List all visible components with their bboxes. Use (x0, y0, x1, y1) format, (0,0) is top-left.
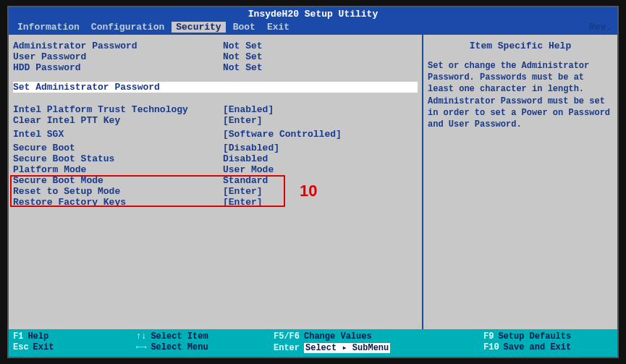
row-secure-boot[interactable]: Secure Boot [Disabled] (13, 143, 418, 153)
help-title: Item Specific Help (428, 41, 613, 51)
row-admin-password: Administrator Password Not Set (13, 41, 418, 51)
row-iptt[interactable]: Intel Platform Trust Technology [Enabled… (13, 104, 418, 115)
value-hdd-password: Not Set (223, 62, 263, 73)
settings-pane: Administrator Password Not Set User Pass… (9, 35, 423, 329)
row-user-password: User Password Not Set (13, 51, 418, 62)
hint-change-values: F5/F6Change Values (274, 331, 440, 342)
hint-help: F1Help (13, 331, 136, 342)
value-admin-password: Not Set (223, 41, 263, 51)
help-pane: Item Specific Help Set or change the Adm… (423, 35, 617, 329)
value-reset-setup-mode: [Enter] (223, 186, 263, 197)
bios-screen: InsydeH20 Setup Utility Information Conf… (7, 6, 619, 358)
label-restore-factory-keys: Restore Factory Keys (13, 197, 223, 208)
tab-information[interactable]: Information (13, 22, 84, 33)
label-secure-boot-mode: Secure Boot Mode (13, 175, 223, 186)
value-secure-boot-mode: Standard (223, 175, 268, 186)
tab-security[interactable]: Security (172, 22, 225, 33)
value-user-password: Not Set (223, 51, 263, 62)
value-restore-factory-keys: [Enter] (223, 197, 263, 208)
row-hdd-password: HDD Password Not Set (13, 62, 418, 73)
row-reset-setup-mode[interactable]: Reset to Setup Mode [Enter] (13, 186, 418, 197)
hint-setup-defaults: F9Setup Defaults (483, 331, 613, 342)
row-clear-ptt[interactable]: Clear Intel PTT Key [Enter] (13, 115, 418, 126)
label-platform-mode: Platform Mode (13, 164, 223, 175)
tab-exit[interactable]: Exit (263, 22, 294, 33)
label-iptt: Intel Platform Trust Technology (13, 104, 223, 115)
help-body: Set or change the Administrator Password… (428, 60, 613, 130)
utility-title: InsydeH20 Setup Utility (248, 9, 378, 20)
hint-select-item: ↑↓Select Item (136, 331, 274, 342)
label-clear-ptt: Clear Intel PTT Key (13, 115, 223, 126)
footer-hints: F1Help EscExit ↑↓Select Item ←→Select Me… (9, 329, 617, 357)
label-secure-boot: Secure Boot (13, 143, 223, 153)
row-secure-boot-status: Secure Boot Status Disabled (13, 153, 418, 164)
row-sgx[interactable]: Intel SGX [Software Controlled] (13, 129, 418, 140)
value-secure-boot: [Disabled] (223, 143, 279, 153)
label-set-admin-password: Set Administrator Password (13, 82, 223, 93)
title-bar: InsydeH20 Setup Utility (9, 7, 617, 21)
revision-label: Rev. (589, 22, 612, 33)
value-platform-mode: User Mode (223, 164, 274, 175)
tab-configuration[interactable]: Configuration (87, 22, 169, 33)
value-secure-boot-status: Disabled (223, 153, 268, 164)
label-hdd-password: HDD Password (13, 62, 223, 73)
label-sgx: Intel SGX (13, 129, 223, 140)
label-reset-setup-mode: Reset to Setup Mode (13, 186, 223, 197)
hint-save-exit: F10Save and Exit (483, 342, 613, 352)
row-restore-factory-keys[interactable]: Restore Factory Keys [Enter] (13, 197, 418, 208)
label-secure-boot-status: Secure Boot Status (13, 153, 223, 164)
hint-exit: EscExit (13, 342, 136, 352)
tab-boot[interactable]: Boot (229, 22, 260, 33)
value-clear-ptt: [Enter] (223, 115, 263, 126)
hint-enter-submenu: EnterSelect ▸ SubMenu (274, 342, 440, 353)
value-iptt: [Enabled] (223, 104, 274, 115)
work-area: Administrator Password Not Set User Pass… (9, 33, 617, 329)
row-platform-mode: Platform Mode User Mode (13, 164, 418, 175)
hint-select-menu: ←→Select Menu (136, 342, 274, 352)
label-user-password: User Password (13, 51, 223, 62)
row-set-admin-password[interactable]: Set Administrator Password (13, 82, 418, 93)
label-admin-password: Administrator Password (13, 41, 223, 51)
row-secure-boot-mode: Secure Boot Mode Standard (13, 175, 418, 186)
menu-bar: Information Configuration Security Boot … (9, 21, 617, 33)
value-sgx: [Software Controlled] (223, 129, 342, 140)
